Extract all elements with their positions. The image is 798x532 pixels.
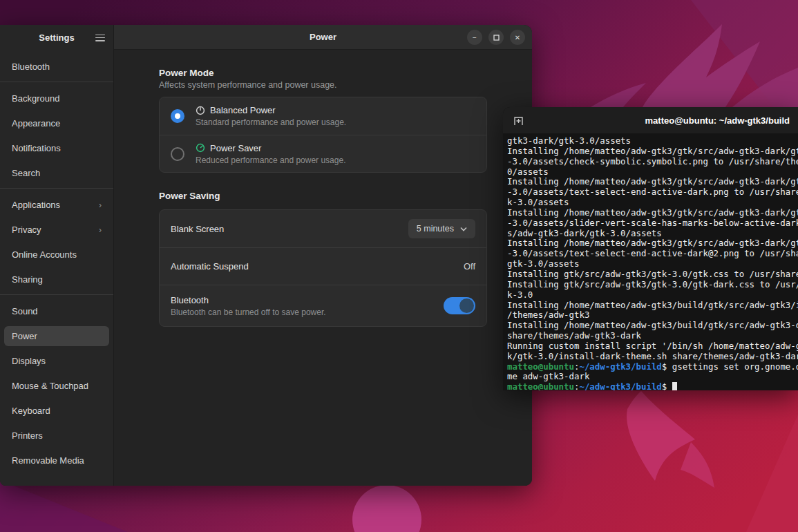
minimize-button[interactable]: − xyxy=(467,30,482,45)
sidebar-item-label: Privacy xyxy=(12,225,41,235)
bluetooth-desc: Bluetooth can be turned off to save powe… xyxy=(171,307,326,317)
terminal-line: -3.0/assets/text-select-end-active-dark.… xyxy=(507,187,798,198)
headerbar: Power − ✕ xyxy=(114,25,532,50)
sidebar-list: BluetoothBackgroundAppearanceNotificatio… xyxy=(0,50,113,486)
sidebar-item-search[interactable]: Search xyxy=(4,163,109,183)
power-mode-title: Power Mode xyxy=(159,68,487,78)
maximize-button[interactable] xyxy=(488,30,504,45)
terminal-line: -3.0/assets/slider-vert-scale-has-marks-… xyxy=(507,218,798,229)
settings-sidebar: Settings BluetoothBackgroundAppearanceNo… xyxy=(0,25,114,486)
settings-main: Power − ✕ Power Mode Affects system perf… xyxy=(114,25,532,486)
app-title: Settings xyxy=(39,32,74,43)
desktop: Settings BluetoothBackgroundAppearanceNo… xyxy=(0,0,798,532)
settings-window: Settings BluetoothBackgroundAppearanceNo… xyxy=(0,25,532,486)
terminal-line: Installing /home/matteo/adw-gtk3/gtk/src… xyxy=(507,177,798,187)
gauge-saver-icon xyxy=(196,143,205,153)
sidebar-item-mouse-touchpad[interactable]: Mouse & Touchpad xyxy=(4,376,109,396)
sidebar-separator xyxy=(0,188,113,189)
automatic-suspend-row[interactable]: Automatic Suspend Off xyxy=(160,247,486,285)
power-panel: Power Mode Affects system performance an… xyxy=(114,50,532,486)
balanced-power-desc: Standard performance and power usage. xyxy=(196,117,346,127)
terminal-line: share/themes/adw-gtk3-dark xyxy=(507,331,798,341)
terminal-line: matteo@ubuntu:~/adw-gtk3/build$ gsetting… xyxy=(507,362,798,372)
sidebar-item-label: Online Accounts xyxy=(12,249,77,260)
terminal-line: matteo@ubuntu:~/adw-gtk3/build$ xyxy=(507,382,798,390)
toggle-knob xyxy=(459,298,474,313)
terminal-line: Running custom install script '/bin/sh /… xyxy=(507,341,798,352)
sidebar-item-power[interactable]: Power xyxy=(4,326,109,346)
power-mode-subtitle: Affects system performance and power usa… xyxy=(159,80,487,90)
sidebar-item-background[interactable]: Background xyxy=(4,88,109,108)
power-saver-row[interactable]: Power Saver Reduced performance and powe… xyxy=(160,135,486,172)
sidebar-item-label: Notifications xyxy=(12,143,61,153)
terminal-line: Installing gtk/src/adw-gtk3/gtk-3.0/gtk.… xyxy=(507,269,798,280)
sidebar-item-label: Search xyxy=(12,168,40,178)
sidebar-item-keyboard[interactable]: Keyboard xyxy=(4,401,109,421)
power-saver-label: Power Saver xyxy=(210,143,261,153)
terminal-line: k/gtk-3.0/install-dark-theme.sh share/th… xyxy=(507,352,798,362)
sidebar-item-displays[interactable]: Displays xyxy=(4,351,109,371)
terminal-line: -3.0/assets/check-symbolic.symbolic.png … xyxy=(507,157,798,167)
sidebar-item-online-accounts[interactable]: Online Accounts xyxy=(4,245,109,265)
hamburger-menu-icon[interactable] xyxy=(95,32,105,43)
power-saver-radio[interactable] xyxy=(171,147,184,161)
blank-screen-value: 5 minutes xyxy=(417,224,454,234)
terminal-title: matteo@ubuntu: ~/adw-gtk3/build xyxy=(645,115,790,126)
close-button[interactable]: ✕ xyxy=(510,30,525,45)
new-tab-icon[interactable] xyxy=(513,115,524,126)
terminal-line: Installing /home/matteo/adw-gtk3/gtk/src… xyxy=(507,238,798,249)
terminal-line: -3.0/assets/text-select-end-active-dark@… xyxy=(507,249,798,259)
bluetooth-row: Bluetooth Bluetooth can be turned off to… xyxy=(160,285,486,326)
terminal-line: k-3.0/assets xyxy=(507,198,798,208)
sidebar-item-sound[interactable]: Sound xyxy=(4,301,109,321)
bluetooth-toggle[interactable] xyxy=(444,297,475,314)
terminal-cursor xyxy=(672,382,677,390)
bluetooth-label: Bluetooth xyxy=(171,295,326,305)
blank-screen-label: Blank Screen xyxy=(171,224,224,234)
terminal-line: /themes/adw-gtk3 xyxy=(507,310,798,321)
chevron-right-icon: › xyxy=(99,200,102,210)
terminal-titlebar[interactable]: matteo@ubuntu: ~/adw-gtk3/build xyxy=(503,107,798,133)
balanced-power-label: Balanced Power xyxy=(210,105,276,115)
sidebar-item-label: Sound xyxy=(12,306,38,316)
power-saving-card: Blank Screen 5 minutes xyxy=(159,209,487,327)
power-mode-card: Balanced Power Standard performance and … xyxy=(159,97,487,173)
sidebar-separator xyxy=(0,82,113,82)
sidebar-item-label: Background xyxy=(12,93,59,104)
chevron-right-icon: › xyxy=(99,225,102,235)
blank-screen-dropdown[interactable]: 5 minutes xyxy=(408,219,475,238)
terminal-line: Installing /home/matteo/adw-gtk3/build/g… xyxy=(507,301,798,311)
maximize-icon xyxy=(493,35,500,41)
balanced-power-row[interactable]: Balanced Power Standard performance and … xyxy=(160,97,486,135)
sidebar-header: Settings xyxy=(0,25,113,50)
terminal-window: matteo@ubuntu: ~/adw-gtk3/build gtk3-dar… xyxy=(503,107,798,390)
sidebar-item-appearance[interactable]: Appearance xyxy=(4,113,109,133)
terminal-line: Installing /home/matteo/adw-gtk3/gtk/src… xyxy=(507,208,798,218)
sidebar-item-label: Applications xyxy=(12,200,60,210)
sidebar-item-printers[interactable]: Printers xyxy=(4,426,109,446)
sidebar-item-label: Power xyxy=(12,331,37,341)
terminal-line: Installing gtk/src/adw-gtk3/gtk-3.0/gtk-… xyxy=(507,280,798,290)
sidebar-item-label: Keyboard xyxy=(12,406,50,416)
sidebar-item-applications[interactable]: Applications› xyxy=(4,195,109,215)
sidebar-item-notifications[interactable]: Notifications xyxy=(4,138,109,158)
terminal-output[interactable]: gtk3-dark/gtk-3.0/assetsInstalling /home… xyxy=(503,133,798,390)
gauge-balanced-icon xyxy=(196,106,205,115)
sidebar-item-removable-media[interactable]: Removable Media xyxy=(4,450,109,471)
terminal-line: Installing /home/matteo/adw-gtk3/build/g… xyxy=(507,321,798,331)
sidebar-item-bluetooth[interactable]: Bluetooth xyxy=(4,57,109,77)
blank-screen-row: Blank Screen 5 minutes xyxy=(160,210,486,247)
sidebar-item-label: Removable Media xyxy=(12,455,84,466)
automatic-suspend-label: Automatic Suspend xyxy=(171,261,249,272)
terminal-line: gtk3-dark/gtk-3.0/assets xyxy=(507,136,798,146)
sidebar-item-label: Mouse & Touchpad xyxy=(12,381,88,391)
sidebar-item-privacy[interactable]: Privacy› xyxy=(4,220,109,240)
sidebar-item-label: Bluetooth xyxy=(12,61,50,72)
terminal-line: Installing /home/matteo/adw-gtk3/gtk/src… xyxy=(507,146,798,157)
sidebar-separator xyxy=(0,294,113,295)
chevron-down-icon xyxy=(460,227,467,231)
sidebar-item-sharing[interactable]: Sharing xyxy=(4,269,109,289)
balanced-power-radio[interactable] xyxy=(171,109,184,123)
power-saver-desc: Reduced performance and power usage. xyxy=(196,155,345,165)
sidebar-item-label: Printers xyxy=(12,430,43,441)
